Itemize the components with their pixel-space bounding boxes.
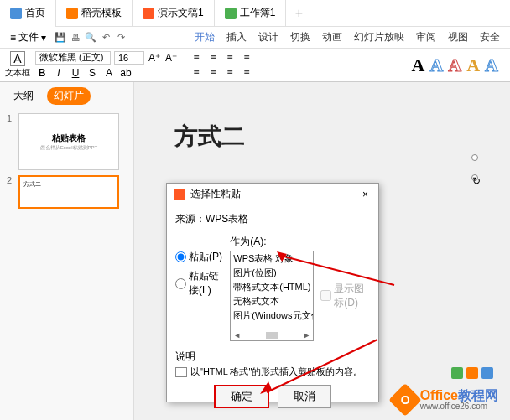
widget-icon[interactable] [466, 367, 478, 379]
ribbon-animation[interactable]: 动画 [322, 30, 342, 44]
list-item[interactable]: 带格式文本(HTML) [231, 280, 313, 294]
thumb-title: 粘贴表格 [52, 132, 86, 144]
ok-button[interactable]: 确定 [214, 385, 269, 408]
ribbon-view[interactable]: 视图 [448, 30, 468, 44]
scroll-left-icon[interactable]: ◄ [233, 331, 241, 340]
desc-text: 以"HTML 格式"的形式插入剪贴板的内容。 [190, 366, 362, 376]
list-item[interactable]: 图片(位图) [231, 266, 313, 280]
document-tabs: 首页 稻壳模板 演示文稿1 工作簿1 + [0, 0, 510, 27]
file-label: 文件 [18, 30, 39, 44]
scroll-thumb[interactable] [266, 332, 278, 339]
as-label: 作为(A): [230, 235, 314, 249]
paste-radio-input[interactable] [175, 251, 186, 262]
tab-workbook[interactable]: 工作簿1 [215, 0, 287, 27]
tab-label: 工作簿1 [240, 6, 276, 20]
list-item[interactable]: WPS表格 对象 [231, 251, 313, 266]
show-icon-input [320, 290, 331, 301]
home-icon [10, 8, 22, 19]
wordart-style-2[interactable]: A [429, 54, 443, 76]
tab-label: 稻壳模板 [81, 6, 122, 20]
preview-icon[interactable]: 🔍 [85, 32, 96, 44]
ribbon-review[interactable]: 审阅 [416, 30, 436, 44]
ppt-icon [143, 8, 154, 19]
redo-icon[interactable]: ↷ [115, 32, 127, 44]
decrease-font-icon[interactable]: A⁻ [164, 51, 178, 65]
clipboard-icon [175, 367, 187, 377]
align-left-button[interactable]: ≡ [190, 66, 203, 80]
align-center-button[interactable]: ≡ [206, 66, 220, 80]
outline-tab[interactable]: 大纲 [7, 87, 40, 105]
widget-icon[interactable] [451, 367, 463, 379]
align-justify-button[interactable]: ≡ [240, 66, 253, 80]
wordart-style-3[interactable]: A [448, 54, 461, 76]
underline-button[interactable]: U [69, 66, 82, 80]
close-button[interactable]: × [359, 189, 372, 200]
doc-icon [66, 8, 78, 19]
file-menu[interactable]: ≡ 文件 ▾ [5, 29, 51, 46]
quick-toolbar: ≡ 文件 ▾ 💾 🖶 🔍 ↶ ↷ 开始 插入 设计 切换 动画 幻灯片放映 审阅… [0, 27, 510, 49]
indent-dec-button[interactable]: ≡ [223, 51, 237, 65]
paste-special-dialog: 选择性粘贴 × 来源：WPS表格 粘贴(P) 粘贴链接(L) 作为(A): WP… [166, 183, 379, 402]
slides-tab[interactable]: 幻灯片 [47, 87, 91, 105]
font-color-button[interactable]: A [102, 66, 116, 80]
thumb-subtitle: 怎么样从Excel粘贴到PPT [40, 144, 97, 152]
ribbon-slideshow[interactable]: 幻灯片放映 [354, 30, 404, 44]
paste-radio[interactable]: 粘贴(P) [175, 250, 223, 264]
tab-label: 首页 [25, 6, 45, 20]
ribbon-start[interactable]: 开始 [195, 30, 215, 44]
dialog-icon [174, 189, 185, 200]
ribbon-transition[interactable]: 切换 [290, 30, 310, 44]
thumb-title: 方式二 [23, 180, 41, 189]
logo-letter: O [400, 393, 409, 407]
tab-presentation[interactable]: 演示文稿1 [133, 0, 215, 27]
wordart-style-5[interactable]: A [485, 54, 498, 76]
logo-text-2: 教程网 [458, 388, 498, 402]
highlight-button[interactable]: ab [119, 66, 133, 80]
logo-text-1: Office [420, 388, 458, 402]
bold-button[interactable]: B [35, 66, 49, 80]
wordart-style-1[interactable]: A [412, 54, 425, 76]
list-item[interactable]: 无格式文本 [231, 294, 313, 309]
add-tab-button[interactable]: + [286, 6, 311, 21]
tab-template[interactable]: 稻壳模板 [56, 0, 133, 27]
numbering-button[interactable]: ≡ [206, 51, 220, 65]
logo-badge: O [388, 383, 422, 417]
watermark-logo: O Office教程网 www.office26.com [393, 388, 498, 412]
font-size-select[interactable] [114, 51, 144, 65]
tab-label: 演示文稿1 [158, 6, 204, 20]
increase-font-icon[interactable]: A⁺ [148, 51, 161, 65]
wordart-gallery: A A A A A [412, 54, 505, 76]
ribbon-design[interactable]: 设计 [258, 30, 278, 44]
textbox-group: A 文本框 [5, 51, 30, 79]
slide-thumb-1[interactable]: 粘贴表格 怎么样从Excel粘贴到PPT [18, 113, 119, 170]
rotate-handle[interactable]: ↻ [471, 174, 478, 181]
slide-thumb-2[interactable]: 方式二 [18, 175, 119, 209]
ribbon-insert[interactable]: 插入 [226, 30, 247, 44]
format-toolbar: A 文本框 A⁺ A⁻ B I U S A ab ≡ ≡ ≡ ≡ ≡ ≡ ≡ [0, 49, 510, 82]
italic-button[interactable]: I [52, 66, 65, 80]
bullets-button[interactable]: ≡ [190, 51, 203, 65]
wordart-style-4[interactable]: A [466, 54, 480, 76]
font-name-select[interactable] [35, 51, 111, 65]
print-icon[interactable]: 🖶 [70, 32, 81, 44]
scroll-right-icon[interactable]: ► [303, 331, 310, 340]
ribbon-security[interactable]: 安全 [480, 30, 500, 44]
strike-button[interactable]: S [86, 66, 99, 80]
paste-link-radio[interactable]: 粘贴链接(L) [175, 269, 223, 298]
show-icon-checkbox: 显示图标(D) [320, 250, 370, 341]
indent-inc-button[interactable]: ≡ [240, 51, 253, 65]
list-item[interactable]: 图片(Windows元文件) [231, 309, 313, 323]
list-scrollbar[interactable]: ◄► [231, 329, 313, 340]
save-icon[interactable]: 💾 [55, 32, 66, 44]
side-widget-icons [451, 367, 493, 379]
textbox-icon[interactable]: A [10, 51, 24, 66]
widget-icon[interactable] [481, 367, 493, 379]
paste-link-radio-input[interactable] [175, 278, 186, 289]
tab-home[interactable]: 首页 [0, 0, 56, 27]
align-right-button[interactable]: ≡ [223, 66, 237, 80]
format-list[interactable]: WPS表格 对象 图片(位图) 带格式文本(HTML) 无格式文本 图片(Win… [230, 251, 314, 341]
selection-handle[interactable] [471, 154, 478, 161]
cancel-button[interactable]: 取消 [278, 385, 331, 408]
undo-icon[interactable]: ↶ [100, 32, 112, 44]
dialog-title: 选择性粘贴 [190, 187, 241, 201]
